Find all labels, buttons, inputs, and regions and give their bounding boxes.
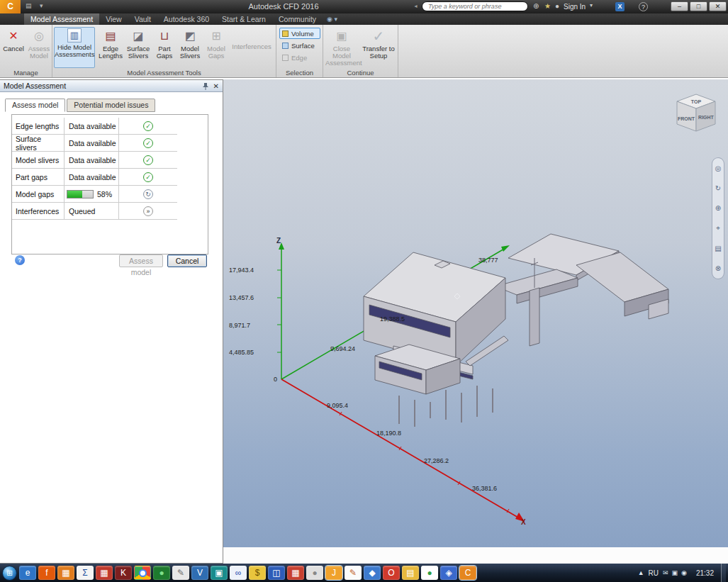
status-strip — [223, 547, 728, 564]
taskbar-app-24[interactable]: C — [459, 566, 476, 580]
group-label-continue: Continue — [323, 69, 398, 77]
edge-lengths-button[interactable]: ▤ Edge Lengths — [98, 27, 123, 68]
viewcube[interactable]: TOP FRONT RIGHT — [673, 91, 719, 138]
assess-model-footer-button[interactable]: Assess model — [119, 254, 163, 267]
tray-right-icon-1[interactable]: ✉ — [663, 569, 668, 576]
help-icon[interactable]: ? — [639, 2, 648, 11]
tab-start-learn[interactable]: Start & Learn — [215, 13, 272, 25]
taskbar-clock[interactable]: 21:32 — [691, 569, 719, 577]
navbar-tool-icon-3[interactable]: ⊕ — [715, 204, 721, 212]
exchange-apps-icon[interactable]: X — [615, 2, 625, 11]
infocenter-collapse-icon[interactable]: ◄ — [413, 4, 418, 9]
panel-close-icon[interactable]: ✕ — [213, 82, 219, 90]
hide-model-assessments-button[interactable]: ▥ Hide Model Assessments — [54, 27, 95, 68]
part-gaps-button[interactable]: ⊔ Part Gaps — [153, 27, 176, 68]
tab-view[interactable]: View — [99, 13, 128, 25]
taskbar-app-18[interactable]: ✎ — [345, 566, 362, 580]
taskbar-app-6[interactable]: K — [115, 566, 132, 580]
taskbar-app-20[interactable]: O — [383, 566, 400, 580]
taskbar-app-23[interactable]: ◈ — [440, 566, 457, 580]
taskbar-app-10[interactable]: V — [191, 566, 208, 580]
close-model-assessment-button[interactable]: ▣ Close Model Assessment — [325, 27, 359, 68]
3d-scene: Z 17,943.4 13,457.6 8,971.7 4,485.85 0 9… — [223, 79, 728, 547]
favorites-star-icon[interactable]: ★ — [544, 2, 551, 10]
cancel-button[interactable]: ✕ Cancel — [1, 27, 26, 68]
taskbar-app-14[interactable]: ◫ — [268, 566, 285, 580]
minimize-button[interactable]: – — [671, 1, 688, 11]
viewcube-front-label[interactable]: FRONT — [678, 116, 695, 121]
svg-text:X: X — [521, 518, 526, 526]
model-slivers-button[interactable]: ◩ Model Slivers — [177, 27, 203, 68]
model-gaps-button[interactable]: ⊞ Model Gaps — [204, 27, 228, 68]
taskbar-app-11[interactable]: ▣ — [211, 566, 228, 580]
taskbar-app-19[interactable]: ◆ — [364, 566, 381, 580]
close-button[interactable]: ✕ — [709, 1, 727, 11]
taskbar-app-5[interactable]: ▦ — [96, 566, 113, 580]
surface-slivers-button[interactable]: ◪ Surface Slivers — [125, 27, 152, 68]
tab-model-assessment[interactable]: Model Assessment — [24, 13, 99, 25]
taskbar-app-17[interactable]: J — [325, 566, 342, 580]
navbar-tool-icon-1[interactable]: ◎ — [715, 164, 722, 172]
viewcube-top-label[interactable]: TOP — [691, 99, 702, 104]
row-name: Surface slivers — [12, 135, 65, 151]
pin-icon[interactable] — [202, 82, 209, 90]
taskbar-app-12[interactable]: ∞ — [230, 566, 247, 580]
3d-viewport[interactable]: Z 17,943.4 13,457.6 8,971.7 4,485.85 0 9… — [223, 79, 728, 547]
building-model[interactable] — [364, 234, 668, 427]
autodesk-app-logo-icon[interactable]: C — [0, 0, 21, 13]
taskbar-app-16[interactable]: ● — [306, 566, 323, 580]
tab-autodesk-360[interactable]: Autodesk 360 — [157, 13, 215, 25]
tab-potential-model-issues[interactable]: Potential model issues — [67, 99, 155, 112]
svg-text:4,485.85: 4,485.85 — [229, 349, 254, 356]
close-assessment-icon: ▣ — [334, 28, 349, 44]
panel-header[interactable]: Model Assessment ✕ — [0, 80, 223, 92]
taskbar-app-21[interactable]: ▤ — [402, 566, 419, 580]
row-name: Model slivers — [12, 152, 65, 168]
navbar-tool-icon-5[interactable]: ▤ — [715, 245, 721, 252]
start-button[interactable]: ⊞ — [2, 566, 17, 581]
ribbon-options-icon[interactable]: ◉ ▾ — [323, 13, 342, 25]
panel-help-icon[interactable]: ? — [15, 255, 25, 265]
tray-left-icon-1[interactable]: ▲ — [638, 569, 644, 576]
tray-right-icon-3[interactable]: ◉ — [681, 569, 687, 576]
selection-volume-button[interactable]: Volume — [279, 28, 320, 39]
tab-vault[interactable]: Vault — [128, 13, 157, 25]
ribbon-group-continue: ▣ Close Model Assessment ✓ Transfer to S… — [323, 25, 398, 77]
search-icon[interactable]: ⊕ — [533, 2, 539, 10]
navigation-bar[interactable]: ◎↻⊕⌖▤⊗ — [712, 157, 724, 279]
transfer-to-setup-button[interactable]: ✓ Transfer to Setup — [362, 27, 396, 68]
tab-community[interactable]: Community — [272, 13, 323, 25]
taskbar-app-4[interactable]: Σ — [77, 566, 94, 580]
viewcube-right-label[interactable]: RIGHT — [698, 115, 715, 120]
taskbar-app-22[interactable]: ● — [421, 566, 438, 580]
taskbar-app-13[interactable]: $ — [249, 566, 266, 580]
taskbar-app-8[interactable]: ● — [153, 566, 170, 580]
sign-in-button[interactable]: Sign In — [564, 3, 586, 11]
language-indicator[interactable]: RU — [649, 569, 659, 577]
show-desktop-button[interactable] — [721, 564, 726, 582]
selection-surface-button[interactable]: Surface — [279, 40, 320, 51]
interferences-button[interactable]: Interferences — [230, 27, 274, 68]
quick-access-dropdown-icon[interactable]: ▾ — [40, 2, 43, 9]
assess-model-button[interactable]: ◎ Assess Model — [27, 27, 51, 68]
navbar-tool-icon-4[interactable]: ⌖ — [716, 224, 720, 233]
taskbar-app-1[interactable]: e — [19, 566, 36, 580]
quick-access-icon[interactable]: ▤ — [26, 2, 32, 9]
taskbar-app-2[interactable]: f — [38, 566, 55, 580]
search-input[interactable] — [422, 1, 528, 11]
tab-assess-model[interactable]: Assess model — [5, 99, 65, 112]
cancel-footer-button[interactable]: Cancel — [167, 254, 207, 267]
navbar-tool-icon-2[interactable]: ↻ — [715, 184, 721, 192]
taskbar-app-3[interactable]: ▦ — [57, 566, 74, 580]
ribbon-group-selection: Volume Surface Edge Selection — [276, 25, 323, 77]
selection-edge-button[interactable]: Edge — [279, 52, 320, 63]
restore-button[interactable]: □ — [690, 1, 707, 11]
taskbar-app-7[interactable] — [134, 566, 151, 580]
sign-in-caret-icon[interactable]: ▾ — [590, 2, 593, 9]
taskbar-app-15[interactable]: ▦ — [287, 566, 304, 580]
navbar-tool-icon-6[interactable]: ⊗ — [715, 264, 721, 272]
x-axis — [281, 379, 525, 522]
taskbar-app-9[interactable]: ✎ — [172, 566, 189, 580]
tray-right-icon-2[interactable]: ▣ — [672, 569, 678, 576]
model-slivers-icon: ◩ — [182, 28, 198, 44]
